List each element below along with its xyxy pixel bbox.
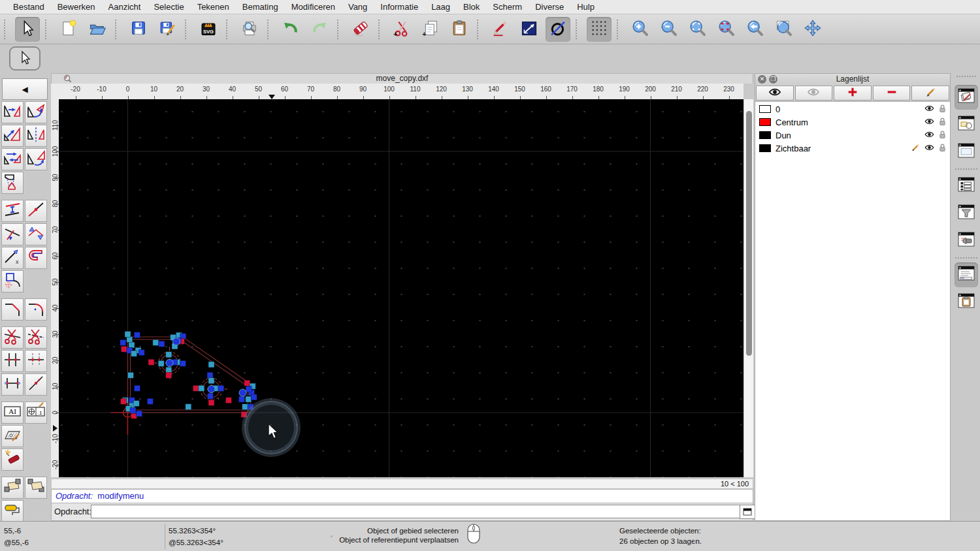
layer-row-centrum[interactable]: Centrum <box>755 116 950 129</box>
clamp-tool-button[interactable] <box>25 247 47 269</box>
menu-scherm[interactable]: Scherm <box>486 2 529 12</box>
horizontal-scrollbar[interactable]: 10 < 100 <box>51 479 753 489</box>
menu-aanzicht[interactable]: Aanzicht <box>102 2 148 12</box>
command-window-button[interactable] <box>740 505 755 519</box>
layer-visibility-eye-icon[interactable] <box>924 143 935 154</box>
line-tool-button[interactable] <box>517 17 542 42</box>
menu-bemating[interactable]: Bemating <box>236 2 285 12</box>
toolbar-drag-handle[interactable] <box>4 20 9 39</box>
dock-property-list-panel-button[interactable] <box>955 174 978 198</box>
layer-visibility-eye-icon[interactable] <box>924 117 935 128</box>
detach-panel-icon[interactable]: ❐ <box>769 75 777 84</box>
zoom-in-button[interactable] <box>628 17 653 42</box>
cut-button[interactable]: + <box>389 17 414 42</box>
palette-back-button[interactable]: ◀ <box>2 78 48 100</box>
cut-dashed-tool-button[interactable] <box>25 326 47 349</box>
layer-visibility-eye-icon[interactable] <box>924 104 935 115</box>
break-dot-tool-button[interactable] <box>25 373 47 396</box>
grid-toggle-button[interactable] <box>587 17 612 42</box>
project-tool-button[interactable] <box>1 172 24 194</box>
print-preview-button[interactable] <box>237 17 262 42</box>
undo-button[interactable] <box>278 17 303 42</box>
edit-layer-button[interactable] <box>911 86 949 101</box>
close-icon[interactable]: ✕ <box>758 75 766 84</box>
dock-block-list-panel-button[interactable] <box>955 112 978 137</box>
drawing-canvas[interactable] <box>59 99 743 477</box>
menu-selectie[interactable]: Selectie <box>147 2 190 12</box>
redo-button[interactable] <box>307 17 332 42</box>
menu-vang[interactable]: Vang <box>342 2 374 12</box>
dock-selection-filter-panel-button[interactable] <box>955 201 978 226</box>
svg-export-button[interactable]: SVG <box>196 17 221 42</box>
layer-color-swatch[interactable] <box>759 105 771 113</box>
pan-button[interactable] <box>800 17 825 42</box>
new-file-button[interactable] <box>56 17 81 42</box>
move-copy-tool-button[interactable] <box>1 101 24 123</box>
order-back-tool-button[interactable] <box>25 477 47 499</box>
save-button[interactable] <box>126 17 151 42</box>
layer-color-swatch[interactable] <box>759 131 771 139</box>
edit-hatch-tool-button[interactable] <box>1 425 24 447</box>
layer-color-swatch[interactable] <box>759 144 771 152</box>
menu-modificeren[interactable]: Modificeren <box>285 2 342 12</box>
stretch-tool-button[interactable] <box>1 373 24 396</box>
vertical-scrollbar[interactable] <box>743 99 753 477</box>
paint-roller-tool-button[interactable] <box>1 500 24 522</box>
break-dashed-tool-button[interactable] <box>25 350 47 372</box>
menu-diverse[interactable]: Diverse <box>529 2 570 12</box>
rotate-two-tool-button[interactable] <box>1 148 24 170</box>
command-input[interactable] <box>91 505 742 518</box>
draw-pencil-button[interactable] <box>488 17 513 42</box>
menu-bewerken[interactable]: Bewerken <box>51 2 102 12</box>
layer-lock-icon[interactable] <box>939 104 946 115</box>
copy-button[interactable]: + <box>418 17 443 42</box>
paste-button[interactable] <box>447 17 472 42</box>
dock-viewport-panel-button[interactable] <box>955 140 978 165</box>
rotate-tool-button[interactable] <box>25 101 47 123</box>
flip-tool-button[interactable] <box>25 148 47 170</box>
divide-tool-button[interactable] <box>1 270 24 292</box>
selection-pointer-button[interactable] <box>9 46 41 71</box>
dock-drag-handle[interactable] <box>956 76 976 82</box>
save-as-button[interactable] <box>155 17 180 42</box>
break-lines-tool-button[interactable] <box>1 350 24 372</box>
layer-visibility-eye-icon[interactable] <box>924 130 935 141</box>
open-file-button[interactable] <box>85 17 110 42</box>
menu-bestand[interactable]: Bestand <box>7 2 51 12</box>
zoom-selected-button[interactable] <box>714 17 739 42</box>
menu-laag[interactable]: Laag <box>425 2 457 12</box>
vertical-scrollbar-thumb[interactable] <box>746 111 752 356</box>
hide-all-eye-button[interactable] <box>795 86 833 101</box>
zoom-page-button[interactable] <box>772 17 796 42</box>
layer-color-swatch[interactable] <box>759 118 771 126</box>
menu-tekenen[interactable]: Tekenen <box>191 2 236 12</box>
offset-tool-button[interactable] <box>1 200 24 222</box>
layer-row-zichtbaar[interactable]: Zichtbaar <box>755 142 950 155</box>
scale-tool-button[interactable] <box>1 125 24 147</box>
edit-text-tool-button[interactable]: AI <box>1 401 24 424</box>
lengthen-tool-button[interactable]: x <box>1 247 24 269</box>
dock-clipboard-panel-button[interactable] <box>955 290 978 315</box>
menu-blok[interactable]: Blok <box>457 2 486 12</box>
order-front-tool-button[interactable] <box>1 477 24 499</box>
dock-layer-list-panel-button[interactable] <box>955 85 978 110</box>
layer-lock-icon[interactable] <box>939 143 946 154</box>
fillet-tool-button[interactable] <box>25 298 47 321</box>
selection-arrow-button[interactable] <box>15 17 40 42</box>
dock-command-line-panel-button[interactable] <box>955 262 978 287</box>
mirror-tool-button[interactable] <box>25 125 47 147</box>
erase-button[interactable] <box>348 17 373 42</box>
layer-lock-icon[interactable] <box>939 117 946 128</box>
layer-row-0[interactable]: 0 <box>755 102 950 116</box>
menu-hulp[interactable]: Hulp <box>570 2 601 12</box>
circle-line-button[interactable] <box>546 17 570 42</box>
remove-layer-button[interactable] <box>873 86 911 101</box>
dock-command-options-panel-button[interactable] <box>955 228 978 253</box>
layer-row-dun[interactable]: Dun <box>755 129 950 142</box>
show-all-eye-button[interactable] <box>756 86 794 101</box>
zoom-previous-button[interactable] <box>743 17 768 42</box>
zoom-auto-button[interactable] <box>685 17 710 42</box>
trim-two-tool-button[interactable] <box>25 223 47 245</box>
cut-point-tool-button[interactable] <box>1 326 24 349</box>
add-layer-button[interactable] <box>834 86 872 101</box>
